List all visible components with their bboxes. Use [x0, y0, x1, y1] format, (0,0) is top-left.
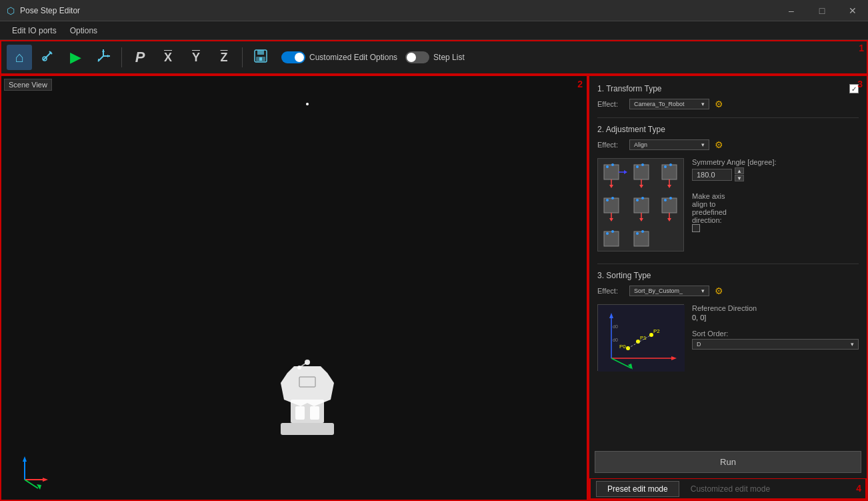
symmetry-angle-spin-up[interactable]: ▲: [735, 167, 744, 174]
sorting-type-gear-icon[interactable]: ⚙: [715, 286, 723, 296]
scene-view-label: Scene View: [4, 79, 52, 91]
adjustment-type-dropdown[interactable]: Align ▾: [629, 139, 709, 150]
svg-marker-37: [639, 185, 643, 188]
play-icon: ▶: [70, 49, 81, 66]
step-list-toggle-group: Step List: [405, 51, 465, 63]
svg-marker-25: [43, 478, 48, 482]
svg-marker-47: [609, 218, 613, 221]
svg-point-65: [641, 230, 644, 233]
svg-point-62: [611, 230, 614, 233]
symmetry-angle-spin-down[interactable]: ▼: [735, 175, 744, 181]
scene-view[interactable]: Scene View 2: [0, 75, 588, 501]
symmetry-angle-input[interactable]: 180.0: [692, 169, 732, 181]
svg-rect-16: [310, 406, 319, 420]
z-axis-button[interactable]: Z: [211, 45, 237, 70]
svg-marker-54: [639, 218, 643, 221]
sorting-type-dropdown[interactable]: Sort_By_Custom_ ▾: [629, 286, 709, 296]
svg-point-33: [606, 165, 609, 168]
svg-rect-15: [295, 406, 305, 420]
tool-button[interactable]: [35, 45, 60, 70]
svg-point-38: [636, 165, 639, 168]
svg-point-49: [611, 197, 614, 199]
sort-preview-svg: P1 P2 P0 d0 d0: [598, 305, 685, 372]
adjustment-type-content: Symmetry Angle [degree]: 180.0 ▲ ▼ Make …: [597, 158, 859, 257]
home-icon: ⌂: [15, 49, 23, 66]
toolbar-separator-1: [121, 47, 122, 67]
axes-icon: [95, 48, 111, 67]
step-list-toggle[interactable]: [405, 51, 429, 63]
x-axis-button[interactable]: X: [155, 45, 181, 70]
align-preview-svg: [601, 161, 681, 248]
sorting-type-effect-label: Effect:: [597, 287, 624, 295]
y-axis-icon: Y: [192, 51, 200, 65]
section-adjustment-type-header: 2. Adjustment Type: [597, 125, 859, 134]
svg-point-48: [606, 199, 609, 201]
svg-text:d0: d0: [613, 338, 618, 342]
sort-order-value: D: [697, 341, 701, 348]
save-icon: [253, 49, 268, 67]
svg-marker-32: [624, 170, 627, 174]
maximize-button[interactable]: □: [807, 0, 837, 21]
divider-2: [597, 264, 859, 264]
reference-direction-label: Reference Direction: [692, 304, 859, 312]
run-button[interactable]: Run: [595, 451, 861, 473]
preset-edit-mode-tab[interactable]: Preset edit mode: [596, 481, 679, 497]
x-axis-icon: X: [164, 51, 172, 65]
svg-rect-17: [281, 423, 334, 435]
y-axis-button[interactable]: Y: [183, 45, 209, 70]
pose-icon: P: [135, 49, 145, 66]
svg-point-52: [641, 197, 644, 199]
symmetry-angle-label: Symmetry Angle [degree]:: [692, 158, 859, 166]
scene-dot: [306, 103, 309, 105]
sort-props: Reference Direction 0, 0] Sort Order: D …: [692, 304, 859, 355]
title-bar-controls: – □ ✕: [776, 0, 868, 21]
divider-1: [597, 117, 859, 118]
make-axis-row: Make axisalign topredefineddirection:: [692, 192, 859, 234]
svg-marker-30: [609, 185, 613, 188]
transform-type-dropdown[interactable]: Camera_To_Robot ▾: [629, 99, 709, 109]
align-props: Symmetry Angle [degree]: 180.0 ▲ ▼ Make …: [692, 158, 859, 239]
section-transform-type-title: 1. Transform Type: [597, 84, 662, 93]
svg-text:P2: P2: [653, 328, 660, 334]
svg-line-26: [25, 480, 38, 488]
menu-edit-io-ports[interactable]: Edit IO ports: [5, 23, 63, 38]
svg-marker-23: [23, 456, 27, 462]
customized-edit-options-toggle[interactable]: [281, 51, 305, 63]
save-button[interactable]: [248, 45, 273, 70]
customized-edit-options-toggle-group: Customized Edit Options: [281, 51, 397, 63]
z-axis-icon: Z: [221, 51, 228, 65]
step-list-label: Step List: [433, 53, 465, 62]
sort-order-dropdown[interactable]: D ▾: [692, 339, 859, 350]
scene-number: 2: [577, 79, 583, 89]
svg-marker-27: [37, 484, 41, 490]
adjustment-type-gear-icon[interactable]: ⚙: [715, 139, 723, 150]
section-adjustment-type-title: 2. Adjustment Type: [597, 125, 665, 134]
sort-order-row: Sort Order: D ▾: [692, 330, 859, 350]
close-button[interactable]: ✕: [837, 0, 868, 21]
svg-marker-7: [107, 55, 110, 57]
toolbar: ⌂ ▶ P X: [0, 40, 868, 75]
home-button[interactable]: ⌂: [7, 45, 32, 70]
transform-type-gear-icon[interactable]: ⚙: [715, 99, 723, 109]
pose-button[interactable]: P: [127, 45, 153, 70]
make-axis-checkbox[interactable]: [692, 224, 700, 232]
svg-point-39: [641, 163, 644, 166]
svg-point-34: [611, 163, 614, 166]
sorting-type-value: Sort_By_Custom_: [634, 288, 683, 294]
panel-content: 1. Transform Type Effect: Camera_To_Robo…: [589, 76, 867, 446]
axes-button[interactable]: [91, 45, 116, 70]
minimize-button[interactable]: –: [776, 0, 807, 21]
play-button[interactable]: ▶: [63, 45, 88, 70]
title-text: Pose Step Editor: [20, 6, 80, 15]
title-icon: ⬡: [7, 5, 15, 16]
tool-icon: [40, 49, 55, 67]
scene-3d-object: [241, 346, 374, 446]
menu-options[interactable]: Options: [63, 23, 104, 38]
svg-rect-12: [259, 57, 262, 61]
svg-point-51: [636, 199, 639, 201]
svg-point-44: [669, 163, 672, 166]
make-axis-label: Make axisalign topredefineddirection:: [692, 192, 859, 224]
sort-preview-image: P1 P2 P0 d0 d0: [597, 304, 684, 371]
bottom-tabs: Preset edit mode Customized edit mode 4: [589, 478, 867, 500]
customized-edit-mode-tab[interactable]: Customized edit mode: [679, 481, 781, 497]
